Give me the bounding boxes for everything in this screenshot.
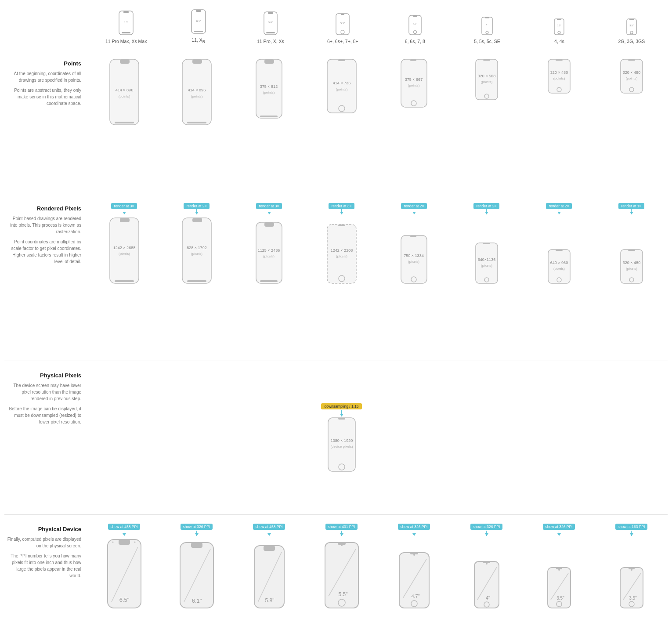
downsampling-badge: downsampling / 1.15 <box>321 403 362 409</box>
svg-text:640 × 960: 640 × 960 <box>550 261 567 265</box>
svg-text:375 × 667: 375 × 667 <box>405 77 423 82</box>
connector-4: render at 2× <box>523 203 595 214</box>
svg-rect-30 <box>629 19 634 20</box>
ppi-line-11xr <box>196 531 197 536</box>
svg-rect-54 <box>410 59 416 61</box>
ppi-line-5 <box>486 531 487 536</box>
svg-text:6.1": 6.1" <box>196 20 200 22</box>
svg-rect-33 <box>120 59 130 64</box>
svg-rect-47 <box>327 59 356 113</box>
device-name-11promax: 11 Pro Max, Xs Max <box>105 39 147 45</box>
phone-device-4: 3.5" <box>523 566 595 609</box>
section-device-title: Physical Device <box>4 526 81 532</box>
connector-badge-5: render at 2× <box>473 203 499 209</box>
phone-points-11xr: 414 × 896 (points) <box>160 58 233 126</box>
ppi-line-6 <box>414 531 414 536</box>
svg-text:3.5": 3.5" <box>629 24 634 27</box>
phone-points-4: 320 × 480 (points) <box>523 58 595 94</box>
svg-rect-16 <box>409 15 421 35</box>
svg-rect-89 <box>338 224 345 226</box>
svg-text:(points): (points) <box>553 76 565 80</box>
device-header-row: 6.5" 11 Pro Max, Xs Max 6.1" 11, XR <box>90 9 668 44</box>
svg-rect-124 <box>191 543 202 548</box>
phone-icon-6plus: 5.5" <box>335 13 350 36</box>
svg-rect-82 <box>256 222 282 283</box>
svg-point-13 <box>341 30 344 34</box>
ppi-connector-5: show at 326 PPI <box>450 524 523 536</box>
connector-line-11promax <box>124 209 124 214</box>
connector-line-6plus <box>341 209 342 214</box>
section-physical-title: Physical Pixels <box>4 372 81 379</box>
svg-rect-87 <box>327 224 356 283</box>
connector-11pro: render at 3× <box>233 203 305 214</box>
device-name-11xr: 11, XR <box>191 37 205 44</box>
svg-rect-155 <box>620 568 643 608</box>
section-physical: Physical Pixels The device screen may ha… <box>4 361 668 514</box>
phone-points-11pro: 375 × 812 (points) <box>233 58 305 119</box>
ppi-badge-11xr: show at 326 PPI <box>181 524 213 530</box>
svg-rect-114 <box>338 418 345 420</box>
phone-icon-2g: 3.5" <box>626 18 637 36</box>
svg-rect-64 <box>556 59 563 61</box>
svg-rect-99 <box>483 243 490 244</box>
phone-icon-11xr: 6.1" <box>191 9 206 35</box>
svg-rect-28 <box>627 19 636 35</box>
svg-text:(points): (points) <box>481 80 492 84</box>
connector-line-4 <box>559 209 559 214</box>
svg-text:1080 × 1920: 1080 × 1920 <box>330 438 352 443</box>
svg-text:(pixels): (pixels) <box>481 264 492 268</box>
ppi-connector-2g: show at 163 PPI <box>595 524 668 536</box>
phone-device-2g: 3.5" <box>595 566 668 609</box>
device-name-5: 5, 5s, 5c, SE <box>474 39 500 45</box>
phone-points-6: 375 × 667 (points) <box>378 58 450 109</box>
connector-5: render at 2× <box>450 203 523 214</box>
phone-points-2g: 320 × 480 (points) <box>595 58 668 94</box>
svg-text:(pixels): (pixels) <box>191 252 202 256</box>
svg-text:414 × 896: 414 × 896 <box>115 88 133 92</box>
svg-rect-94 <box>410 235 416 237</box>
svg-text:(pixels): (pixels) <box>408 260 419 264</box>
svg-text:5.8": 5.8" <box>268 21 273 24</box>
svg-point-17 <box>413 30 416 33</box>
section-rendered-title: Rendered Pixels <box>4 205 81 212</box>
svg-rect-73 <box>120 218 130 222</box>
svg-rect-118 <box>119 539 130 545</box>
connector-6: render at 2× <box>378 203 450 214</box>
ppi-line-4 <box>559 531 559 536</box>
phone-icon-11pro: 5.8" <box>263 11 278 36</box>
ppi-line-6plus <box>341 531 342 536</box>
ppi-badge-4: show at 326 PPI <box>543 524 575 530</box>
svg-rect-83 <box>264 222 274 227</box>
connector-badge-11pro: render at 3× <box>256 203 282 209</box>
svg-point-136 <box>341 544 343 546</box>
svg-rect-104 <box>556 250 563 251</box>
svg-point-148 <box>486 563 488 564</box>
svg-text:4.7": 4.7" <box>412 22 417 25</box>
section-physical-desc2: Before the image can be displayed, it mu… <box>4 405 81 425</box>
connector-11xr: render at 2× <box>160 203 233 214</box>
physical-col-6plus: downsampling / 1.15 1080 × 1920 (device … <box>305 403 378 473</box>
connector-line-11xr <box>196 209 197 214</box>
section-points-content: 414 × 896 (points) 414 × 896 (points) <box>88 58 668 185</box>
svg-text:(points): (points) <box>263 90 275 94</box>
connector-line-2g <box>631 209 632 214</box>
svg-rect-149 <box>548 568 571 608</box>
ppi-connector-11promax: show at 458 PPI <box>88 524 160 536</box>
ppi-connector-6: show at 326 PPI <box>378 524 450 536</box>
phone-rendered-4: 640 × 960 (pixels) <box>523 248 595 285</box>
ppi-connector-6plus: show at 401 PPI <box>305 524 378 536</box>
connector-badges-row: render at 3× render at 2× render at 3× <box>88 203 668 214</box>
ppi-badge-6: show at 326 PPI <box>398 524 430 530</box>
svg-rect-97 <box>476 243 498 283</box>
section-points-desc2: Points are abstract units, they only mak… <box>4 87 81 107</box>
ppi-badge-2g: show at 163 PPI <box>615 524 648 530</box>
svg-text:(device pixels): (device pixels) <box>330 445 353 449</box>
connector-badge-11promax: render at 3× <box>111 203 137 209</box>
svg-rect-22 <box>485 17 489 18</box>
svg-text:(points): (points) <box>191 94 202 98</box>
phone-icon-6: 4.7" <box>408 14 422 36</box>
connector-badge-2g: render at 1× <box>618 203 644 209</box>
section-rendered-label: Rendered Pixels Point-based drawings are… <box>4 203 88 352</box>
section-rendered: Rendered Pixels Point-based drawings are… <box>4 194 668 361</box>
physical-devices-row: 6.5" 6.1" <box>88 538 668 609</box>
